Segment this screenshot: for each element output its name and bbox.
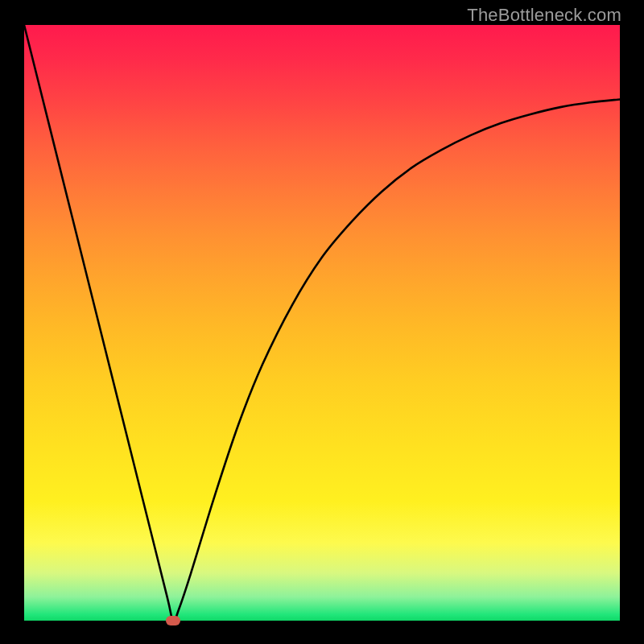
curve-svg (24, 25, 620, 621)
bottleneck-curve (24, 25, 620, 621)
watermark-text: TheBottleneck.com (467, 5, 621, 26)
plot-area (24, 25, 620, 621)
chart-frame: TheBottleneck.com (0, 0, 644, 644)
minimum-marker (166, 616, 180, 625)
